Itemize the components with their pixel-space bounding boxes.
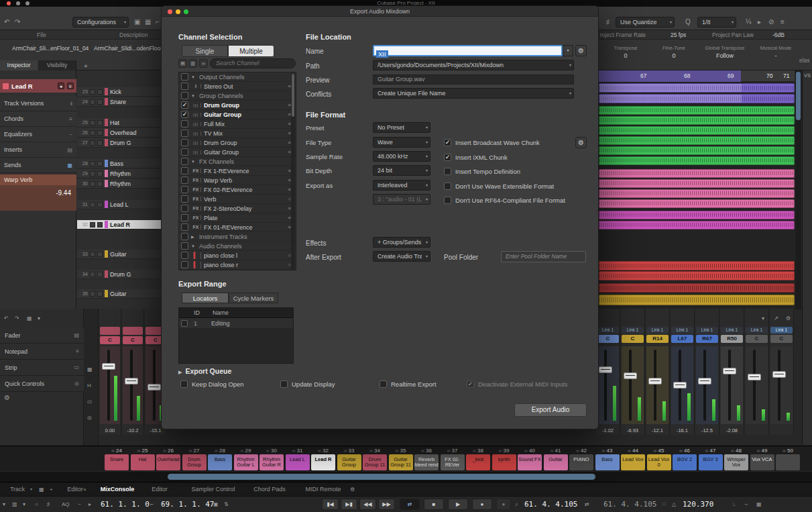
- rack-item-notepad[interactable]: Notepad≡: [0, 344, 84, 360]
- tab-track[interactable]: Track▾: [1, 482, 34, 497]
- solo-button[interactable]: [97, 171, 103, 176]
- transport-caret2-icon[interactable]: ▾: [23, 500, 25, 509]
- channel-name[interactable]: BGV 2: [673, 454, 697, 470]
- not-icon[interactable]: ¬: [744, 500, 748, 509]
- audio-clip[interactable]: [599, 83, 795, 93]
- record-button[interactable]: ●: [472, 499, 492, 510]
- channel-row[interactable]: ▼Output Channels: [179, 72, 296, 82]
- tree-toggle-icon[interactable]: ▼: [191, 160, 196, 164]
- zone-target-icon[interactable]: ◎: [87, 413, 92, 423]
- add-track-icon[interactable]: +: [84, 62, 88, 71]
- fader-handle[interactable]: [125, 378, 138, 385]
- solo-button[interactable]: [97, 272, 103, 277]
- mute-button[interactable]: [90, 161, 95, 166]
- tab-editor[interactable]: Editor: [62, 482, 89, 497]
- hash-icon[interactable]: ♯: [47, 500, 50, 509]
- export-queue-section[interactable]: ▶Export Queue: [178, 367, 231, 375]
- fader-handle[interactable]: [748, 374, 761, 380]
- channel-name[interactable]: [776, 454, 800, 470]
- corner-icon[interactable]: ⌐: [156, 17, 160, 27]
- channel-checkbox[interactable]: ✓: [181, 101, 188, 109]
- primary-time-display[interactable]: 61. 4. 4.105: [524, 500, 577, 509]
- link-selection-icon[interactable]: ∞: [199, 59, 208, 68]
- channel-name[interactable]: Lead L: [286, 454, 310, 470]
- rack-item-strip[interactable]: Strip▭: [0, 360, 84, 376]
- grid2-icon[interactable]: ▦: [756, 500, 762, 509]
- left-locator-display[interactable]: 61. 1. 1. 0: [101, 500, 150, 509]
- redo-icon[interactable]: ↷: [15, 17, 20, 27]
- solo-button[interactable]: [97, 161, 103, 166]
- export-audio-button[interactable]: Export Audio: [514, 403, 587, 417]
- tab-plus-icon[interactable]: +: [50, 485, 53, 495]
- warp-verb-header[interactable]: Warp Verb: [0, 174, 76, 185]
- channel-name[interactable]: Rhythm Guitar R: [259, 454, 284, 470]
- settings-gear-icon[interactable]: ⚙: [4, 393, 10, 403]
- fader-handle[interactable]: [673, 382, 687, 389]
- channel-row[interactable]: ‖Stereo Out∞: [179, 82, 296, 91]
- conflicts-dropdown[interactable]: Create Unique File Name ▾: [373, 88, 574, 99]
- channel-name[interactable]: Bass: [208, 454, 232, 470]
- selected-track-header[interactable]: Lead R ● e: [0, 79, 76, 93]
- fader-handle[interactable]: [723, 368, 736, 374]
- tab-chord-pads[interactable]: Chord Pads: [248, 482, 291, 497]
- mute-button[interactable]: [90, 291, 95, 297]
- musical-mode-control[interactable]: Musical Mode -: [754, 45, 798, 59]
- file-format-dropdown[interactable]: No Preset▾: [373, 122, 430, 133]
- channel-checkbox[interactable]: [181, 214, 188, 221]
- mute-button[interactable]: [90, 171, 95, 176]
- channel-list-scrollbar-thumb[interactable]: [292, 74, 294, 117]
- single-tab[interactable]: Single: [182, 45, 228, 57]
- audio-clip[interactable]: [599, 126, 795, 135]
- track-row[interactable]: 29Rhythm: [77, 169, 170, 178]
- inspector-section-sends[interactable]: Sends▦: [0, 158, 76, 173]
- channel-name[interactable]: Snare: [105, 454, 129, 470]
- channel-row[interactable]: FXPlate∞: [179, 213, 296, 223]
- secondary-time-display[interactable]: 61. 4. 4.105: [603, 500, 656, 509]
- goto-prev-marker-button[interactable]: ▮◀: [322, 499, 339, 510]
- channel-name[interactable]: FX 02-REVer: [441, 454, 465, 470]
- pan-control[interactable]: C: [746, 335, 768, 343]
- solo-button[interactable]: [97, 140, 103, 146]
- channel-checkbox[interactable]: [181, 233, 188, 240]
- edit-channel-icon[interactable]: e: [67, 83, 74, 89]
- solo-button[interactable]: [97, 252, 103, 257]
- transpose-control[interactable]: Transpose 0: [603, 45, 648, 59]
- track-row[interactable]: 25Hat: [77, 118, 170, 127]
- after-export-dropdown[interactable]: Create Audio Tra.. ▾: [373, 251, 430, 262]
- mute-button[interactable]: [90, 202, 95, 207]
- right-locator-display[interactable]: 69. 1. 1. 47: [161, 500, 214, 509]
- pan-control[interactable]: C: [622, 335, 644, 343]
- timeline-ruler[interactable]: 6768697071: [599, 70, 795, 82]
- channel-checkbox[interactable]: ✓: [181, 111, 188, 118]
- file-format-dropdown[interactable]: Wave▾: [373, 137, 430, 148]
- mixer-channel-strip[interactable]: Link 1C-1.02: [596, 309, 620, 435]
- mixer-channel-strip[interactable]: Link 1R14-12.1: [646, 309, 670, 435]
- channel-name[interactable]: BGV 3: [699, 454, 723, 470]
- channel-row[interactable]: ▼Group Channels: [179, 91, 296, 101]
- channel-search-input[interactable]: Search Channel: [210, 58, 296, 68]
- zone-rect-icon[interactable]: ▭: [87, 397, 93, 407]
- forward-button[interactable]: ▶▶: [378, 499, 395, 510]
- broadcast-wave-options-button[interactable]: ⚙: [575, 137, 587, 148]
- channel-name[interactable]: Whisper Vox: [724, 454, 748, 470]
- audio-clip[interactable]: [599, 261, 795, 270]
- solo-button[interactable]: [97, 222, 103, 227]
- expand-icon[interactable]: ▶: [178, 370, 182, 374]
- option-checkbox[interactable]: [444, 168, 451, 175]
- audio-clip[interactable]: [599, 283, 795, 293]
- pan-control[interactable]: R67: [696, 335, 718, 343]
- audio-clip[interactable]: [599, 295, 795, 305]
- deselect-all-icon[interactable]: ▥: [188, 59, 197, 68]
- horizontal-scrollbar[interactable]: [0, 472, 812, 482]
- pan-control[interactable]: C: [770, 335, 793, 343]
- channel-name[interactable]: Guitar Group 11: [389, 454, 413, 470]
- channel-checkbox[interactable]: [181, 205, 188, 212]
- dialog-zoom-icon[interactable]: [184, 9, 188, 14]
- channel-checkbox[interactable]: [181, 223, 188, 231]
- track-row[interactable]: 27Drum G: [77, 138, 170, 148]
- mixer-gear-icon[interactable]: ⚙: [786, 314, 791, 323]
- channel-name[interactable]: Lead R: [311, 454, 335, 470]
- mixer-export-icon[interactable]: ↗: [774, 314, 778, 323]
- track-row[interactable]: 33Guitar: [77, 250, 170, 259]
- channel-row[interactable]: ▶Instrument Tracks: [179, 232, 296, 242]
